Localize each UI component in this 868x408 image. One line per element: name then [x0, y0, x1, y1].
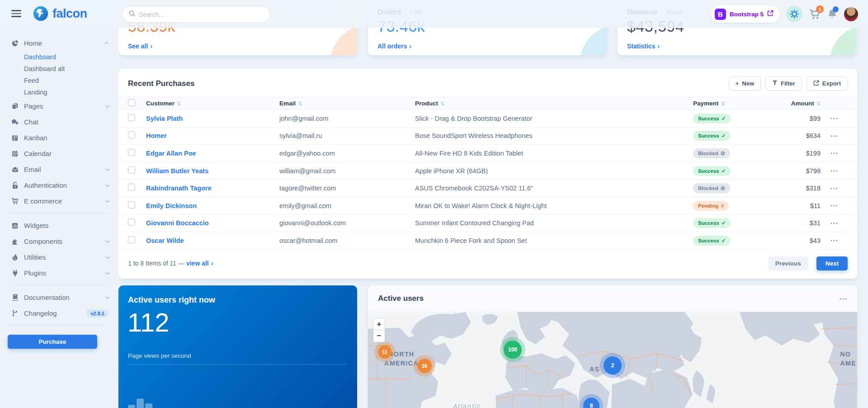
map-label-atlantic: Atlantic [453, 403, 481, 408]
amount-cell: $11 [781, 202, 821, 209]
map-card-menu-button[interactable]: ⋯ [839, 294, 847, 304]
row-menu-button[interactable]: ⋯ [821, 184, 848, 193]
status-icon [722, 220, 726, 226]
purchase-button[interactable]: Purchase [8, 335, 97, 349]
page-views-bar-chart [118, 389, 357, 408]
map-marker-100[interactable]: 100 [504, 341, 522, 359]
notifications-button[interactable] [827, 9, 838, 19]
sidebar-item-landing[interactable]: Landing [0, 86, 118, 98]
map-marker-26[interactable]: 26 [417, 359, 432, 373]
customer-link[interactable]: Edgar Allan Poe [146, 150, 279, 157]
sidebar-item-documentation[interactable]: Documentation [0, 289, 118, 305]
table-row: Giovanni Boccaccio giovanni@outlook.com … [118, 215, 857, 232]
row-checkbox[interactable] [128, 236, 135, 243]
email-cell: oscar@hotmail.com [279, 237, 415, 244]
column-header-amount[interactable]: Amount [781, 100, 821, 107]
product-cell: Mirari OK to Wake! Alarm Clock & Night-L… [415, 202, 693, 209]
sidebar-item-feed[interactable]: Feed [0, 75, 118, 86]
chevron-down-icon [105, 294, 110, 299]
statistics-link[interactable]: Statistics [627, 43, 660, 50]
sidebar-item-home[interactable]: Home [0, 35, 118, 51]
column-header-product[interactable]: Product [415, 100, 693, 107]
customer-link[interactable]: Giovanni Boccaccio [146, 219, 279, 227]
settings-button[interactable] [786, 6, 802, 22]
hamburger-menu-button[interactable] [11, 10, 21, 19]
chevron-down-icon [105, 103, 110, 108]
sidebar-item-utilities[interactable]: Utilities [0, 249, 118, 265]
sidebar-item-changelog[interactable]: Changelog v2.8.1 [0, 305, 118, 321]
customer-link[interactable]: Rabindranath Tagore [146, 185, 279, 192]
row-menu-button[interactable]: ⋯ [821, 148, 848, 158]
sidebar-item-ecommerce[interactable]: E commerce [0, 193, 118, 209]
table-row: Emily Dickinson emily@gmail.com Mirari O… [118, 197, 857, 215]
falcon-logo[interactable]: falcon [33, 5, 87, 22]
search-input[interactable] [139, 11, 264, 18]
new-button[interactable]: + New [729, 76, 761, 90]
row-checkbox[interactable] [128, 131, 135, 138]
customer-link[interactable]: Emily Dickinson [146, 202, 279, 209]
row-checkbox[interactable] [128, 201, 135, 209]
active-users-now-card: Active users right now 112 Page views pe… [118, 285, 357, 408]
row-checkbox[interactable] [128, 166, 135, 174]
see-all-link[interactable]: See all [128, 43, 152, 50]
table-header: Customer Email Product Payment Amount [118, 97, 857, 110]
brand-name: falcon [52, 7, 87, 21]
chevron-down-icon [105, 238, 110, 243]
filter-button[interactable]: Filter [765, 76, 802, 90]
row-menu-button[interactable]: ⋯ [821, 114, 848, 123]
cart-button[interactable]: 1 [809, 9, 821, 19]
falcon-logo-icon [33, 5, 49, 22]
view-all-link[interactable]: view all [186, 260, 213, 267]
status-badge: Blocked [693, 148, 730, 158]
chevron-down-icon [105, 182, 110, 187]
column-header-email[interactable]: Email [279, 100, 415, 107]
sidebar-item-kanban[interactable]: Kanban [0, 130, 118, 146]
zoom-out-button[interactable]: − [373, 330, 385, 342]
next-button[interactable]: Next [816, 256, 848, 270]
sidebar-item-components[interactable]: Components [0, 233, 118, 249]
column-header-customer[interactable]: Customer [146, 100, 279, 107]
select-all-checkbox[interactable] [128, 99, 135, 106]
amount-cell: $634 [781, 132, 821, 139]
sidebar-item-dashboard[interactable]: Dashboard [0, 51, 118, 63]
bar [128, 405, 135, 408]
row-menu-button[interactable]: ⋯ [821, 131, 848, 141]
status-badge: Success [693, 166, 731, 176]
all-orders-link[interactable]: All orders [377, 43, 411, 50]
sidebar-item-widgets[interactable]: Widgets [0, 218, 118, 233]
user-avatar[interactable] [844, 7, 858, 21]
row-checkbox[interactable] [128, 218, 135, 226]
bootstrap5-badge[interactable]: B Bootstrap 5 [711, 5, 780, 23]
active-now-value: 112 [127, 307, 169, 337]
export-button[interactable]: Export [807, 76, 848, 90]
previous-button[interactable]: Previous [768, 256, 808, 270]
sidebar-item-chat[interactable]: Chat [0, 114, 118, 130]
world-map[interactable]: + − NORTH AMERICA AS NO AME Atlantic 11 … [368, 312, 857, 408]
customer-link[interactable]: Oscar Wilde [146, 237, 279, 244]
sidebar-item-plugins[interactable]: Plugins [0, 265, 118, 281]
row-menu-button[interactable]: ⋯ [821, 236, 848, 245]
row-checkbox[interactable] [128, 184, 135, 191]
sidebar-item-calendar[interactable]: Calendar [0, 146, 118, 161]
table-row: Rabindranath Tagore tagore@twitter.com A… [118, 180, 857, 197]
sidebar-item-authentication[interactable]: Authentication [0, 177, 118, 193]
sidebar-item-dashboard-alt[interactable]: Dashboard alt [0, 63, 118, 75]
status-icon [721, 185, 725, 191]
map-label-asia: AS [590, 365, 599, 373]
sidebar-divider [11, 325, 108, 326]
row-menu-button[interactable]: ⋯ [821, 201, 848, 210]
row-menu-button[interactable]: ⋯ [821, 166, 848, 176]
map-marker-2[interactable]: 2 [604, 356, 622, 375]
sidebar-item-pages[interactable]: Pages [0, 98, 118, 114]
row-menu-button[interactable]: ⋯ [821, 218, 848, 228]
customer-link[interactable]: Sylvia Plath [146, 115, 279, 122]
sidebar-item-email[interactable]: Email [0, 161, 118, 177]
row-checkbox[interactable] [128, 149, 135, 156]
map-marker-11[interactable]: 11 [378, 345, 392, 359]
zoom-in-button[interactable]: + [373, 318, 385, 330]
search-icon [129, 10, 135, 19]
column-header-payment[interactable]: Payment [693, 100, 781, 107]
row-checkbox[interactable] [128, 114, 135, 121]
customer-link[interactable]: William Butler Yeats [146, 167, 279, 175]
customer-link[interactable]: Homer [146, 132, 279, 139]
